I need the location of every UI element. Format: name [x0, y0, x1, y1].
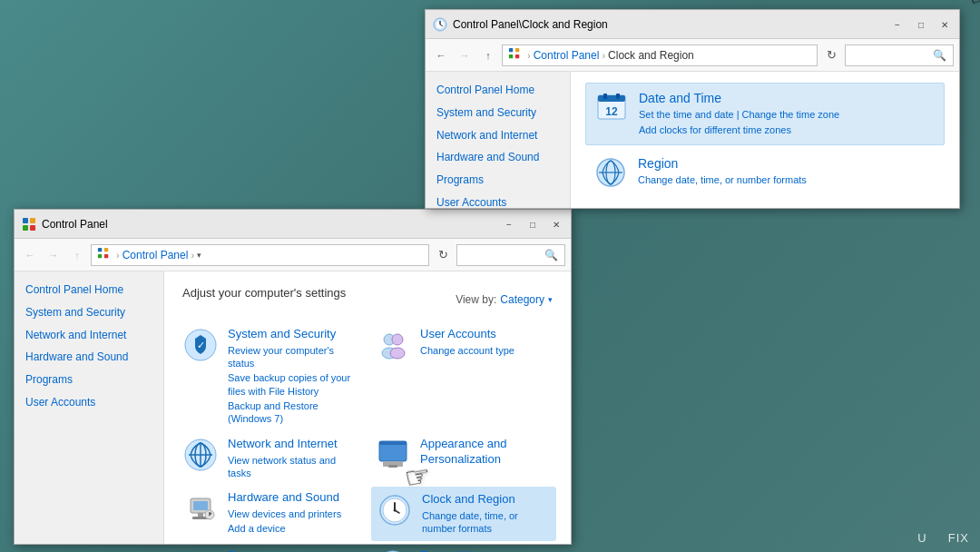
watermark-text: U FIX: [917, 531, 969, 545]
cat-user-text: User Accounts Change account type: [420, 327, 553, 357]
cr-date-time-icon: 12: [595, 91, 628, 123]
cr-refresh-button[interactable]: ↻: [821, 45, 841, 65]
cat-programs-text: Programs Uninstall a program: [228, 548, 360, 552]
cp-nav-system[interactable]: System and Security: [15, 301, 163, 324]
svg-rect-47: [515, 48, 519, 52]
cr-title-bar: Control Panel\Clock and Region − □ ✕: [426, 10, 959, 39]
cp-path-sep2: ›: [191, 250, 194, 261]
cp-search-icon[interactable]: 🔍: [544, 249, 558, 261]
cp-maximize-button[interactable]: □: [522, 213, 544, 235]
svg-rect-49: [515, 54, 519, 58]
cp-address-path[interactable]: › Control Panel › ▾: [91, 244, 429, 266]
cat-ease-text: Ease of Access Let Windows suggest setti…: [420, 548, 553, 552]
cat-clock-link1[interactable]: Change date, time, or number formats: [422, 510, 518, 534]
cr-add-clocks-link[interactable]: Add clocks for different time zones: [639, 124, 791, 135]
cr-region-item: Region Change date, time, or number form…: [585, 149, 945, 196]
cr-nav-hardware[interactable]: Hardware and Sound: [426, 146, 570, 169]
cp-sidebar: Control Panel Home System and Security N…: [15, 271, 164, 544]
cp-nav-hardware[interactable]: Hardware and Sound: [15, 346, 163, 369]
cr-date-time-links: Set the time and date | Change the time …: [639, 107, 935, 137]
cr-nav-system[interactable]: System and Security: [426, 102, 570, 124]
cr-minimize-button[interactable]: −: [887, 14, 908, 35]
cat-programs-title[interactable]: Programs: [228, 548, 360, 552]
cr-up-button[interactable]: ↑: [478, 45, 498, 65]
cr-nav-home[interactable]: Control Panel Home: [426, 79, 570, 102]
cp-search-input[interactable]: [463, 250, 544, 261]
cp-nav-network[interactable]: Network and Internet: [15, 324, 163, 347]
cat-system-link1[interactable]: Review your computer's status: [228, 345, 334, 369]
cr-nav-network[interactable]: Network and Internet: [426, 124, 570, 147]
svg-rect-4: [98, 248, 102, 251]
cp-view-by: View by: Category ▾: [456, 293, 553, 306]
svg-rect-24: [198, 513, 203, 517]
cr-region-title[interactable]: Region: [638, 156, 936, 171]
cp-nav-programs[interactable]: Programs: [15, 369, 163, 391]
cp-window-title: Control Panel: [42, 218, 564, 231]
cat-hardware-title[interactable]: Hardware and Sound: [228, 490, 360, 506]
cat-user-icon: [375, 327, 411, 363]
cr-close-button[interactable]: ✕: [934, 14, 956, 35]
cp-view-dropdown-icon[interactable]: ▾: [548, 295, 553, 304]
cat-system-title[interactable]: System and Security: [228, 327, 360, 342]
cp-view-by-value[interactable]: Category: [500, 293, 544, 306]
cr-region-link1[interactable]: Change date, time, or number formats: [638, 174, 807, 185]
control-panel-window: Control Panel − □ ✕ ← → ↑: [14, 209, 572, 545]
cp-up-button[interactable]: ↑: [67, 245, 87, 265]
svg-rect-19: [379, 441, 407, 445]
cr-address-path[interactable]: › Control Panel › Clock and Region: [502, 44, 818, 66]
cp-close-button[interactable]: ✕: [545, 213, 567, 235]
cat-user-link1[interactable]: Change account type: [420, 345, 514, 356]
cat-system-text: System and Security Review your computer…: [228, 327, 360, 426]
cp-path-dropdown[interactable]: ▾: [197, 251, 201, 260]
cat-system-link3[interactable]: Backup and Restore (Windows 7): [228, 400, 318, 424]
cp-refresh-button[interactable]: ↻: [433, 245, 453, 265]
svg-rect-46: [509, 48, 513, 52]
cr-date-time-title[interactable]: Date and Time: [639, 91, 935, 105]
cat-clock-icon: [377, 492, 413, 528]
cat-network-link1[interactable]: View network status and tasks: [228, 455, 336, 478]
cr-region-text: Region Change date, time, or number form…: [638, 156, 936, 188]
cr-forward-button[interactable]: →: [455, 45, 475, 65]
cat-user-accounts: User Accounts Change account type: [375, 327, 553, 426]
watermark: U FIX: [917, 531, 969, 545]
cp-search-box[interactable]: 🔍: [456, 244, 565, 266]
cat-system-link2[interactable]: Save backup copies of your files with Fi…: [228, 372, 350, 396]
cr-search-box[interactable]: 🔍: [845, 44, 954, 66]
cat-network-icon: [182, 437, 219, 473]
cp-main-area: Adjust your computer's settings View by:…: [164, 271, 571, 544]
cat-network-text: Network and Internet View network status…: [228, 437, 360, 479]
cr-maximize-button[interactable]: □: [910, 14, 932, 35]
cat-hardware-link1[interactable]: View devices and printers: [228, 508, 341, 519]
cr-search-input[interactable]: [851, 50, 933, 61]
cp-nav-user[interactable]: User Accounts: [15, 391, 163, 414]
cr-change-timezone-link[interactable]: Change the time zone: [742, 109, 840, 120]
svg-rect-6: [98, 254, 102, 258]
cr-path-panel[interactable]: Control Panel: [534, 49, 600, 62]
cp-forward-button[interactable]: →: [44, 245, 64, 265]
cp-path-icon: [97, 247, 110, 262]
cat-clock-title[interactable]: Clock and Region: [422, 492, 551, 508]
cr-nav-programs[interactable]: Programs: [426, 169, 570, 192]
cat-programs: Programs Uninstall a program: [182, 548, 360, 552]
cat-hardware: Hardware and Sound View devices and prin…: [182, 490, 360, 537]
cr-set-time-link[interactable]: Set the time and date: [639, 109, 734, 120]
cp-nav-home[interactable]: Control Panel Home: [15, 279, 163, 301]
cr-back-button[interactable]: ←: [431, 45, 451, 65]
cr-nav-user[interactable]: User Accounts: [426, 192, 570, 214]
cp-path-sep1: ›: [116, 250, 120, 261]
cp-path-panel[interactable]: Control Panel: [122, 249, 189, 261]
cat-user-title[interactable]: User Accounts: [420, 327, 553, 342]
cat-ease-title[interactable]: Ease of Access: [420, 548, 553, 552]
svg-text:12: 12: [605, 105, 618, 118]
cp-content: Control Panel Home System and Security N…: [15, 271, 571, 544]
cp-minimize-button[interactable]: −: [498, 213, 520, 235]
cp-back-button[interactable]: ←: [20, 245, 40, 265]
cat-appearance-title[interactable]: Appearance and Personalization: [420, 437, 553, 468]
cr-path-current: Clock and Region: [608, 49, 694, 62]
svg-rect-0: [23, 218, 28, 223]
svg-rect-53: [616, 94, 620, 99]
cr-search-icon[interactable]: 🔍: [933, 49, 946, 62]
cat-network-title[interactable]: Network and Internet: [228, 437, 360, 452]
cat-appearance: Appearance and Personalization: [375, 437, 553, 479]
cat-hardware-link2[interactable]: Add a device: [228, 523, 286, 534]
